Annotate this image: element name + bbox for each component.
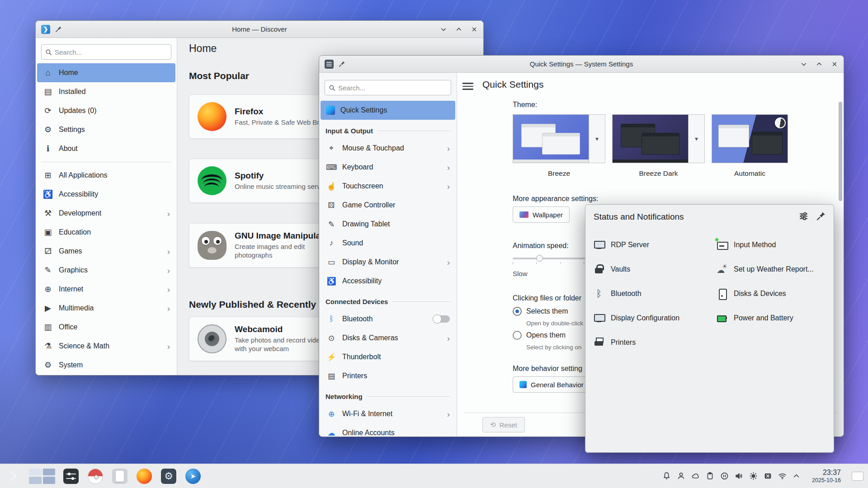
app-launcher-button[interactable] — [5, 468, 22, 485]
task-icon-firefox[interactable] — [136, 468, 153, 485]
sidebar-item-science-math[interactable]: ⚗ Science & Math › — [37, 337, 175, 356]
sidebar-item-bluetooth[interactable]: ᛒ Bluetooth — [321, 310, 455, 328]
expand-tray-chevron-up-icon[interactable] — [793, 472, 800, 480]
search-input[interactable] — [55, 48, 167, 56]
sidebar-item-about[interactable]: ℹ About — [37, 139, 175, 158]
task-icon-tweaks[interactable] — [62, 468, 80, 485]
theme-breeze-thumbnail[interactable] — [513, 114, 589, 163]
scrollbar-thum b[interactable] — [839, 102, 842, 201]
discover-search[interactable] — [41, 44, 171, 60]
general-behavior-button[interactable]: General Behavior — [513, 376, 590, 393]
virtual-desktop-pager[interactable] — [29, 469, 55, 484]
sidebar-item-games[interactable]: ⚂ Games › — [37, 242, 175, 261]
sidebar-item-label: Keyboard — [342, 163, 373, 171]
sidebar-item-updates[interactable]: ⟳ Updates (0) — [37, 101, 175, 120]
clicking-files-label: Clicking files or folder — [513, 294, 581, 302]
status-item-power-battery[interactable]: Power and Battery — [717, 306, 828, 330]
status-item-disks-devices[interactable]: Disks & Devices — [717, 282, 828, 306]
configure-icon[interactable] — [799, 211, 808, 223]
sidebar-item-sound[interactable]: ♪ Sound — [321, 234, 455, 253]
status-item-display-configuration[interactable]: Display Configuration — [594, 306, 717, 330]
search-input[interactable] — [338, 84, 447, 92]
close-button[interactable] — [471, 26, 478, 33]
rdp-server-icon — [594, 239, 604, 250]
sidebar-item-game-controller[interactable]: ⚄ Game Controller — [321, 196, 455, 215]
status-item-input-method[interactable]: Input Method — [717, 233, 828, 257]
sidebar-item-mouse-touchpad[interactable]: ⌖ Mouse & Touchpad › — [321, 139, 455, 158]
sidebar-item-all-applications[interactable]: ⊞ All Applications — [37, 166, 175, 185]
sidebar-item-thunderbolt[interactable]: ⚡ Thunderbolt — [321, 347, 455, 366]
discover-sidebar: ⌂ Home ▤ Installed ⟳ Updates (0) ⚙ Setti… — [36, 38, 177, 375]
system-settings-titlebar[interactable]: Quick Settings — System Settings — [319, 56, 844, 73]
sidebar-item-touchscreen[interactable]: ☝ Touchscreen › — [321, 177, 455, 196]
volume-icon[interactable] — [735, 472, 743, 480]
status-item-bluetooth[interactable]: ᛒ Bluetooth — [594, 282, 717, 306]
sidebar-item-accessibility[interactable]: ♿ Accessibility — [37, 185, 175, 204]
status-item-weather-report[interactable]: ☀☁ Set up Weather Report... — [717, 257, 828, 282]
notifications-bell-icon[interactable] — [662, 472, 671, 480]
status-item-vaults[interactable]: Vaults — [594, 257, 717, 282]
sidebar-item-multimedia[interactable]: ▶ Multimedia › — [37, 299, 175, 318]
slider-handle[interactable] — [536, 255, 543, 262]
pin-icon[interactable] — [816, 211, 826, 222]
theme-breeze-dark-thumbnail[interactable] — [612, 114, 689, 163]
show-desktop-button[interactable] — [852, 472, 863, 481]
media-pause-icon[interactable] — [720, 472, 729, 480]
sidebar-item-drawing-tablet[interactable]: ✎ Drawing Tablet — [321, 215, 455, 234]
sidebar-item-internet[interactable]: ⊕ Internet › — [37, 280, 175, 299]
task-icon-discover[interactable]: ➤ — [184, 468, 202, 485]
sidebar-item-printers[interactable]: ▤ Printers — [321, 366, 455, 385]
theme-automatic-thumbnail[interactable] — [712, 114, 788, 163]
discover-window-title: Home — Discover — [90, 25, 429, 33]
radio-button-icon[interactable] — [513, 307, 522, 316]
status-item-printers[interactable]: Printers — [594, 330, 717, 355]
maximize-button[interactable] — [816, 61, 823, 68]
theme-breeze-dark-dropdown[interactable]: ▾ — [689, 114, 705, 163]
user-switcher-icon[interactable] — [677, 472, 685, 480]
sidebar-item-development[interactable]: ⚒ Development › — [37, 204, 175, 223]
pin-icon[interactable] — [338, 61, 345, 68]
sidebar-item-home[interactable]: ⌂ Home — [37, 63, 175, 82]
brightness-sun-icon[interactable] — [749, 472, 758, 480]
clipboard-icon[interactable] — [706, 472, 714, 480]
close-button[interactable] — [831, 61, 838, 68]
task-icon-media-player[interactable] — [87, 468, 104, 485]
discover-titlebar[interactable]: ❯ Home — Discover — [36, 21, 483, 38]
reset-button[interactable]: ⟲ Reset — [482, 417, 525, 432]
wallpaper-button[interactable]: Wallpaper — [513, 206, 570, 223]
maximize-button[interactable] — [455, 26, 462, 33]
sidebar-item-disks-cameras[interactable]: ⊙ Disks & Cameras › — [321, 328, 455, 347]
sidebar-item-installed[interactable]: ▤ Installed — [37, 82, 175, 101]
section-title-newly-published: Newly Published & Recently — [189, 299, 316, 310]
hamburger-menu-icon[interactable] — [462, 81, 473, 92]
radio-button-icon[interactable] — [513, 331, 522, 340]
sidebar-item-display-monitor[interactable]: ▭ Display & Monitor › — [321, 253, 455, 272]
task-icon-system-settings[interactable]: ⚙ — [160, 468, 177, 485]
sidebar-item-graphics[interactable]: ✎ Graphics › — [37, 261, 175, 280]
pin-icon[interactable] — [55, 26, 62, 33]
popup-title: Status and Notifications — [594, 212, 684, 222]
chevron-right-icon: › — [167, 266, 170, 275]
sidebar-item-wifi-internet[interactable]: ⊕ Wi-Fi & Internet › — [321, 404, 455, 423]
sidebar-item-quick-settings[interactable]: Quick Settings — [321, 101, 455, 120]
minimize-button[interactable] — [440, 26, 447, 33]
sidebar-item-settings[interactable]: ⚙ Settings — [37, 120, 175, 139]
status-item-rdp-server[interactable]: RDP Server — [594, 233, 717, 257]
sidebar-item-system[interactable]: ⚙ System — [37, 356, 175, 375]
settings-search[interactable] — [325, 80, 451, 95]
wifi-icon[interactable] — [778, 472, 787, 480]
sidebar-item-education[interactable]: ▣ Education — [37, 223, 175, 242]
sidebar-item-online-accounts[interactable]: ☁ Online Accounts — [321, 423, 455, 436]
sidebar-item-office[interactable]: ▥ Office — [37, 318, 175, 337]
bluetooth-toggle[interactable] — [434, 315, 450, 323]
cloud-icon[interactable] — [691, 472, 700, 480]
keyboard-layout-indicator-icon[interactable] — [764, 472, 772, 480]
theme-breeze-dropdown[interactable]: ▾ — [589, 114, 605, 163]
minimize-button[interactable] — [800, 61, 807, 68]
task-icon-file-manager[interactable] — [111, 468, 128, 485]
sidebar-item-keyboard[interactable]: ⌨ Keyboard › — [321, 158, 455, 177]
radio-opens-them[interactable]: Opens them — [513, 331, 566, 340]
radio-selects-them[interactable]: Selects them — [513, 307, 568, 316]
sidebar-item-accessibility[interactable]: ♿ Accessibility — [321, 272, 455, 291]
digital-clock[interactable]: 23:37 2025-10-16 — [812, 469, 841, 484]
